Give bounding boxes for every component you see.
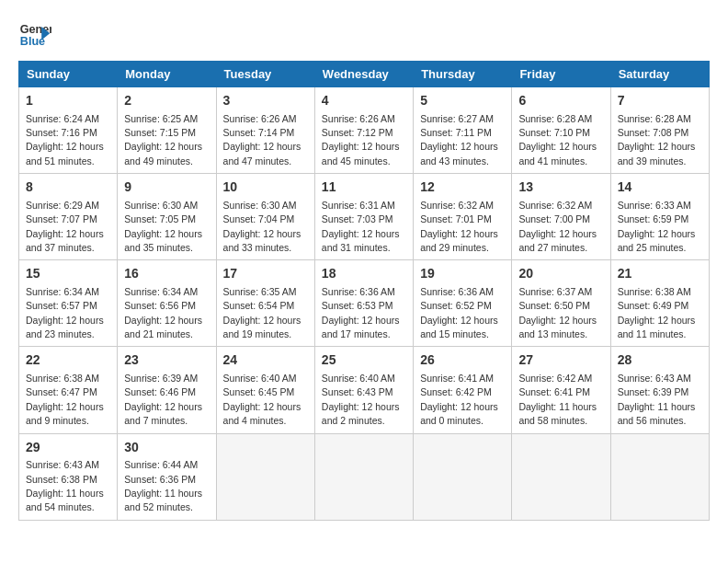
day-number: 6 [518,92,603,110]
calendar-cell: 10 Sunrise: 6:30 AMSunset: 7:04 PMDaylig… [216,174,314,260]
day-info: Sunrise: 6:38 AMSunset: 6:47 PMDaylight:… [26,373,104,426]
day-number: 27 [518,351,603,370]
day-info: Sunrise: 6:28 AMSunset: 7:10 PMDaylight:… [518,113,597,167]
calendar-cell: 25 Sunrise: 6:40 AMSunset: 6:43 PMDaylig… [314,347,413,433]
day-number: 12 [420,178,505,197]
header-row: SundayMondayTuesdayWednesdayThursdayFrid… [19,62,710,87]
day-number: 9 [124,178,209,197]
calendar-cell: 2 Sunrise: 6:25 AMSunset: 7:15 PMDayligh… [118,87,216,174]
day-number: 13 [518,178,603,197]
calendar-cell: 17 Sunrise: 6:35 AMSunset: 6:54 PMDaylig… [216,260,314,347]
day-number: 3 [223,92,308,110]
day-number: 30 [124,439,209,457]
calendar-cell: 27 Sunrise: 6:42 AMSunset: 6:41 PMDaylig… [512,347,610,433]
day-info: Sunrise: 6:30 AMSunset: 7:04 PMDaylight:… [223,200,301,253]
day-number: 7 [618,92,702,110]
calendar-cell: 15 Sunrise: 6:34 AMSunset: 6:57 PMDaylig… [19,260,118,347]
day-info: Sunrise: 6:32 AMSunset: 7:00 PMDaylight:… [518,200,597,253]
calendar-cell: 28 Sunrise: 6:43 AMSunset: 6:39 PMDaylig… [610,347,709,433]
day-number: 24 [223,351,308,370]
day-info: Sunrise: 6:27 AMSunset: 7:11 PMDaylight:… [420,113,498,167]
day-number: 29 [26,439,110,457]
day-number: 28 [618,351,702,370]
calendar-cell [216,433,314,520]
calendar-cell: 18 Sunrise: 6:36 AMSunset: 6:53 PMDaylig… [314,260,413,347]
calendar-cell: 26 Sunrise: 6:41 AMSunset: 6:42 PMDaylig… [414,347,512,433]
calendar-cell [512,433,610,520]
day-info: Sunrise: 6:39 AMSunset: 6:46 PMDaylight:… [124,373,202,426]
calendar-cell: 7 Sunrise: 6:28 AMSunset: 7:08 PMDayligh… [610,87,709,174]
day-info: Sunrise: 6:44 AMSunset: 6:36 PMDaylight:… [124,459,202,512]
day-number: 17 [223,265,308,283]
day-number: 23 [124,351,209,370]
day-info: Sunrise: 6:24 AMSunset: 7:16 PMDaylight:… [26,113,104,167]
calendar-cell [610,433,709,520]
logo: General Blue [18,18,51,52]
calendar-cell: 6 Sunrise: 6:28 AMSunset: 7:10 PMDayligh… [512,87,610,174]
day-number: 5 [420,92,505,110]
day-number: 15 [26,265,110,283]
logo-icon: General Blue [18,18,51,52]
day-number: 16 [124,265,209,283]
day-number: 22 [26,351,110,370]
svg-text:Blue: Blue [20,35,45,48]
day-info: Sunrise: 6:36 AMSunset: 6:52 PMDaylight:… [420,286,498,339]
day-info: Sunrise: 6:36 AMSunset: 6:53 PMDaylight:… [322,286,400,339]
day-number: 8 [26,178,110,197]
calendar-cell: 14 Sunrise: 6:33 AMSunset: 6:59 PMDaylig… [610,174,709,260]
day-number: 2 [124,92,209,110]
calendar-cell: 23 Sunrise: 6:39 AMSunset: 6:46 PMDaylig… [118,347,216,433]
day-info: Sunrise: 6:30 AMSunset: 7:05 PMDaylight:… [124,200,202,253]
day-info: Sunrise: 6:38 AMSunset: 6:49 PMDaylight:… [618,286,696,339]
column-header-thursday: Thursday [414,62,512,87]
day-number: 21 [618,265,702,283]
day-info: Sunrise: 6:37 AMSunset: 6:50 PMDaylight:… [518,286,597,339]
week-row-1: 1 Sunrise: 6:24 AMSunset: 7:16 PMDayligh… [19,87,710,174]
calendar-cell: 29 Sunrise: 6:43 AMSunset: 6:38 PMDaylig… [19,433,118,520]
calendar-cell: 20 Sunrise: 6:37 AMSunset: 6:50 PMDaylig… [512,260,610,347]
page-header: General Blue [18,18,710,52]
day-number: 4 [322,92,406,110]
column-header-saturday: Saturday [610,62,709,87]
day-info: Sunrise: 6:34 AMSunset: 6:57 PMDaylight:… [26,286,104,339]
day-number: 10 [223,178,308,197]
day-info: Sunrise: 6:40 AMSunset: 6:45 PMDaylight:… [223,373,301,426]
calendar-cell: 21 Sunrise: 6:38 AMSunset: 6:49 PMDaylig… [610,260,709,347]
day-info: Sunrise: 6:41 AMSunset: 6:42 PMDaylight:… [420,373,498,426]
week-row-4: 22 Sunrise: 6:38 AMSunset: 6:47 PMDaylig… [19,347,710,433]
day-info: Sunrise: 6:26 AMSunset: 7:14 PMDaylight:… [223,113,301,167]
calendar-cell: 8 Sunrise: 6:29 AMSunset: 7:07 PMDayligh… [19,174,118,260]
day-number: 14 [618,178,702,197]
day-info: Sunrise: 6:28 AMSunset: 7:08 PMDaylight:… [618,113,696,167]
calendar-cell: 16 Sunrise: 6:34 AMSunset: 6:56 PMDaylig… [118,260,216,347]
calendar-cell [314,433,413,520]
day-info: Sunrise: 6:31 AMSunset: 7:03 PMDaylight:… [322,200,400,253]
day-info: Sunrise: 6:40 AMSunset: 6:43 PMDaylight:… [322,373,400,426]
day-number: 18 [322,265,406,283]
calendar-cell: 9 Sunrise: 6:30 AMSunset: 7:05 PMDayligh… [118,174,216,260]
calendar-cell: 5 Sunrise: 6:27 AMSunset: 7:11 PMDayligh… [414,87,512,174]
calendar-cell: 1 Sunrise: 6:24 AMSunset: 7:16 PMDayligh… [19,87,118,174]
column-header-monday: Monday [118,62,216,87]
calendar-table: SundayMondayTuesdayWednesdayThursdayFrid… [18,61,710,521]
week-row-2: 8 Sunrise: 6:29 AMSunset: 7:07 PMDayligh… [19,174,710,260]
day-number: 19 [420,265,505,283]
calendar-cell: 3 Sunrise: 6:26 AMSunset: 7:14 PMDayligh… [216,87,314,174]
column-header-sunday: Sunday [19,62,118,87]
calendar-cell: 11 Sunrise: 6:31 AMSunset: 7:03 PMDaylig… [314,174,413,260]
week-row-5: 29 Sunrise: 6:43 AMSunset: 6:38 PMDaylig… [19,433,710,520]
day-info: Sunrise: 6:34 AMSunset: 6:56 PMDaylight:… [124,286,202,339]
column-header-wednesday: Wednesday [314,62,413,87]
calendar-cell: 30 Sunrise: 6:44 AMSunset: 6:36 PMDaylig… [118,433,216,520]
week-row-3: 15 Sunrise: 6:34 AMSunset: 6:57 PMDaylig… [19,260,710,347]
day-info: Sunrise: 6:43 AMSunset: 6:38 PMDaylight:… [26,459,104,512]
calendar-cell: 13 Sunrise: 6:32 AMSunset: 7:00 PMDaylig… [512,174,610,260]
calendar-cell: 24 Sunrise: 6:40 AMSunset: 6:45 PMDaylig… [216,347,314,433]
day-info: Sunrise: 6:43 AMSunset: 6:39 PMDaylight:… [618,373,696,426]
calendar-cell: 19 Sunrise: 6:36 AMSunset: 6:52 PMDaylig… [414,260,512,347]
day-info: Sunrise: 6:29 AMSunset: 7:07 PMDaylight:… [26,200,104,253]
day-info: Sunrise: 6:35 AMSunset: 6:54 PMDaylight:… [223,286,301,339]
day-number: 20 [518,265,603,283]
day-info: Sunrise: 6:33 AMSunset: 6:59 PMDaylight:… [618,200,696,253]
column-header-friday: Friday [512,62,610,87]
